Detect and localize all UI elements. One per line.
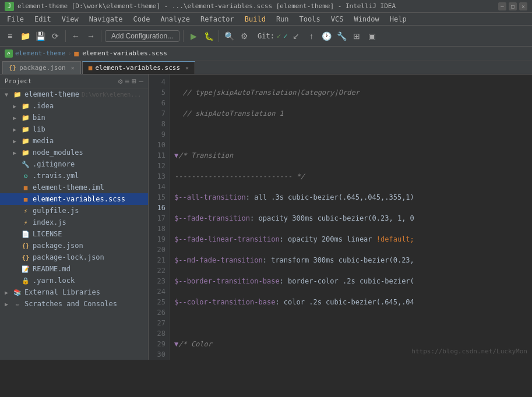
bin-folder-icon: 📁: [21, 113, 30, 122]
tree-item-external-libraries[interactable]: ▶ 📚 External Libraries: [0, 286, 148, 298]
tree-item-yarn-lock[interactable]: 🔒 .yarn.lock: [0, 275, 148, 286]
tree-item-travis[interactable]: ⚙ .travis.yml: [0, 170, 148, 182]
code-var-10: $--fade-transition: [174, 213, 250, 224]
tree-label-bin: bin: [33, 114, 45, 122]
node-modules-folder-icon: 📁: [21, 148, 30, 157]
code-comment-5: // skipAutoTranslation 1: [174, 108, 284, 119]
menu-run[interactable]: Run: [272, 14, 294, 24]
menu-edit[interactable]: Edit: [30, 14, 56, 24]
ln-25: 25: [152, 297, 165, 307]
menu-file[interactable]: File: [2, 14, 29, 24]
code-line-15: [174, 318, 414, 328]
tree-item-media[interactable]: ▶ 📁 media: [0, 135, 148, 147]
tree-item-scratches[interactable]: ▶ ✏ Scratches and Consoles: [0, 298, 148, 310]
title-bar: J element-theme [D:\work\element-theme] …: [0, 0, 532, 13]
tab-element-variables[interactable]: ■ element-variables.scss ✕: [82, 61, 195, 74]
toolbar-inspect-btn[interactable]: ⚙: [238, 30, 251, 42]
ln-29: 29: [152, 339, 165, 349]
package-json-icon: {}: [21, 241, 30, 250]
file-tree-sidebar: Project ⚙ ≡ ⊞ — ▼ 📁 element-theme D:\wor…: [0, 75, 149, 360]
tree-item-package-lock[interactable]: {} package-lock.json: [0, 251, 148, 263]
ln-14: 14: [152, 182, 165, 192]
code-important-11: !default;: [376, 234, 414, 244]
tree-item-node-modules[interactable]: ▶ 📁 node_modules: [0, 147, 148, 158]
tree-item-idea[interactable]: ▶ 📁 .idea: [0, 100, 148, 112]
tree-item-gulpfile[interactable]: ⚡ gulpfile.js: [0, 205, 148, 217]
toolbar-vcs-commit[interactable]: ↑: [305, 30, 318, 42]
add-configuration-button[interactable]: Add Configuration...: [105, 30, 179, 42]
toolbar-vcs-update[interactable]: ↙: [290, 30, 302, 42]
code-line-9: $--all-transition: all .3s cubic-bezier(…: [174, 192, 414, 203]
project-sort-icon[interactable]: ≡: [125, 77, 130, 86]
toolbar-forward-btn[interactable]: →: [84, 30, 97, 42]
window-controls[interactable]: — □ ✕: [498, 2, 527, 10]
tree-item-element-variables[interactable]: ■ element-variables.scss: [0, 193, 148, 205]
minimize-button[interactable]: —: [498, 2, 506, 10]
menu-navigate[interactable]: Navigate: [84, 14, 128, 24]
tree-root-path: D:\work\elemen...: [82, 91, 141, 98]
gitignore-file-icon: 🔧: [21, 159, 30, 169]
tab-package-json[interactable]: {} package.json ✕: [2, 61, 81, 74]
tree-label-scratches: Scratches and Consoles: [24, 300, 117, 308]
code-line-12: $--md-fade-transition: transform 300ms c…: [174, 255, 414, 265]
toolbar-open-btn[interactable]: 📁: [19, 30, 31, 42]
toolbar-menu-btn[interactable]: ≡: [3, 30, 16, 42]
code-line-16: ▼/* Color: [174, 339, 414, 349]
toolbar-debug-btn[interactable]: 🐛: [202, 30, 215, 42]
title-text: element-theme [D:\work\element-theme] - …: [17, 2, 396, 10]
tree-arrow-media: ▶: [13, 138, 21, 144]
gulpfile-icon: ⚡: [21, 206, 30, 215]
menu-tools[interactable]: Tools: [295, 14, 325, 24]
tree-item-gitignore[interactable]: 🔧 .gitignore: [0, 158, 148, 170]
tree-item-indexjs[interactable]: ⚡ index.js: [0, 217, 148, 228]
code-comment-4: // type|skipAutoTranslation|Category|Ord…: [174, 87, 360, 98]
toolbar-wrench[interactable]: 🔧: [335, 30, 348, 42]
menu-view[interactable]: View: [57, 14, 83, 24]
code-container[interactable]: 4 5 6 7 8 9 10 11 12 13 14 15 16 17 18 1…: [149, 75, 532, 360]
menu-refactor[interactable]: Refactor: [196, 14, 239, 24]
project-panel-label: Project: [5, 77, 31, 85]
project-settings-icon[interactable]: ⚙: [118, 77, 123, 86]
tree-item-package-json[interactable]: {} package.json: [0, 240, 148, 251]
tree-root-element-theme[interactable]: ▼ 📁 element-theme D:\work\elemen...: [0, 88, 148, 100]
tree-item-bin[interactable]: ▶ 📁 bin: [0, 112, 148, 123]
toolbar-run-btn[interactable]: ▶: [187, 30, 200, 42]
tree-item-lib[interactable]: ▶ 📁 lib: [0, 123, 148, 135]
menu-vcs[interactable]: VCS: [326, 14, 348, 24]
tab-close-element-variables[interactable]: ✕: [185, 65, 189, 71]
lib-folder-icon: 📁: [21, 125, 30, 134]
toolbar-terminal[interactable]: ▣: [365, 30, 378, 42]
ln-6: 6: [152, 98, 165, 108]
menu-build[interactable]: Build: [240, 14, 270, 24]
package-lock-icon: {}: [21, 253, 30, 262]
tree-arrow-ext-lib: ▶: [5, 289, 13, 296]
toolbar-refresh-btn[interactable]: ⟳: [49, 30, 62, 42]
tree-item-iml[interactable]: ■ element-theme.iml: [0, 182, 148, 193]
project-collapse-icon[interactable]: —: [139, 77, 143, 86]
menu-window[interactable]: Window: [349, 14, 383, 24]
toolbar-vcs-history[interactable]: 🕐: [320, 30, 333, 42]
tab-close-package-json[interactable]: ✕: [71, 65, 75, 71]
breadcrumb-project[interactable]: element-theme: [15, 49, 65, 57]
toolbar-save-btn[interactable]: 💾: [34, 30, 47, 42]
close-button[interactable]: ✕: [519, 2, 527, 10]
tree-item-license[interactable]: 📄 LICENSE: [0, 228, 148, 240]
toolbar-search-btn[interactable]: 🔍: [223, 30, 235, 42]
menu-help[interactable]: Help: [385, 14, 411, 24]
breadcrumb-file[interactable]: element-variables.scss: [82, 49, 167, 57]
toolbar-layout[interactable]: ⊞: [350, 30, 363, 42]
ln-5: 5: [152, 87, 165, 98]
menu-code[interactable]: Code: [129, 14, 155, 24]
ln-21: 21: [152, 255, 165, 265]
tree-label-package-lock: package-lock.json: [33, 253, 104, 261]
toolbar-back-btn[interactable]: ←: [69, 30, 82, 42]
maximize-button[interactable]: □: [509, 2, 517, 10]
ln-11: 11: [152, 150, 165, 161]
ext-lib-icon: 📚: [13, 288, 22, 297]
git-area: Git: ✓ ✓: [258, 32, 287, 40]
tree-item-readme[interactable]: 📝 README.md: [0, 263, 148, 275]
project-expand-icon[interactable]: ⊞: [132, 77, 136, 86]
code-val-9: all .3s cubic-bezier(.645,.045,.355,1): [254, 192, 414, 203]
menu-analyze[interactable]: Analyze: [156, 14, 195, 24]
ln-24: 24: [152, 286, 165, 297]
